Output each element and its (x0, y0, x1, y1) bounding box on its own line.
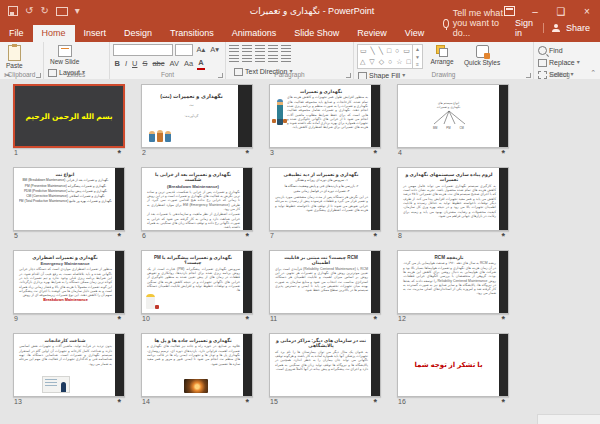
tab-slide-show[interactable]: Slide Show (285, 25, 348, 42)
clipboard-dialog-launcher-icon[interactable] (36, 73, 41, 78)
customize-quick-access-icon[interactable]: ▾ (75, 6, 80, 16)
slide-number: 6 (142, 232, 146, 239)
paragraph-group: Text Direction▾ Align Text▾ Convert to S… (226, 42, 354, 79)
slide-accent-bar (115, 168, 124, 230)
slide-thumbnail-3[interactable]: نگهداری و تعمیراتبه منظور افزایش طول عمر… (269, 84, 381, 148)
slide-thumbnail-15[interactable]: نت در سازمان های دیگر: مراکز درمانی و پا… (269, 333, 381, 397)
welding-photo (184, 379, 208, 393)
slide-cell-13: شناخت کارخانجاتبدون تردید در فرآیند تولی… (13, 333, 125, 407)
toolbox-left (272, 119, 276, 123)
slide-thumbnail-6[interactable]: نگهداری و تعمیرات بعد از خرابی یا شکست(B… (141, 167, 253, 231)
tab-file[interactable]: File (0, 25, 33, 42)
slide-thumbnail-5[interactable]: انواع نتنگهداری و تعمیرات بعد از خرابی (… (13, 167, 125, 231)
tab-transitions[interactable]: Transitions (161, 25, 223, 42)
shrink-font-icon[interactable]: A▾ (209, 45, 221, 55)
italic-icon[interactable]: I (123, 59, 128, 69)
slide-thumbnail-4[interactable]: انواع سیستم هاینگهداری و تعمیراتBMPMCM (397, 84, 509, 148)
slide-accent-bar (499, 251, 508, 313)
new-slide-button[interactable]: New Slide (47, 44, 82, 66)
paragraph-dialog-launcher-icon[interactable] (346, 73, 351, 78)
slide-body-text-2: تعمیرات اضطراری از نظر ماهیت و سازماندهی… (147, 212, 240, 229)
slide-cell-7: نگهداری و تعمیرات از دید تطبیقی۱- سرویس … (269, 167, 381, 241)
clear-strike-icon[interactable]: abc (151, 59, 166, 69)
font-color-icon[interactable]: A (197, 58, 205, 70)
justify-icon[interactable] (268, 55, 278, 63)
align-center-icon[interactable] (242, 55, 252, 63)
shape-icons: ▭ ╲ ╲ □ ○ ▭ △ ▽ ◇ ○ ☆ □ (358, 45, 412, 68)
bottom-right-panel (537, 414, 600, 424)
paste-button[interactable]: Paste (3, 44, 26, 70)
undo-icon[interactable]: ↺ (25, 6, 33, 16)
save-icon[interactable] (8, 6, 18, 16)
character-spacing-icon[interactable]: AV (168, 59, 180, 69)
transition-star-icon: * (117, 397, 121, 407)
drawing-dialog-launcher-icon[interactable] (526, 73, 531, 78)
font-dialog-launcher-icon[interactable] (218, 73, 223, 78)
tab-animations[interactable]: Animations (223, 25, 286, 42)
presenter-illustration (42, 376, 70, 393)
slide-cell-10: نگهداری و تعمیرات پیشگیرانه یا PM چیست؟س… (141, 250, 253, 324)
tab-insert[interactable]: Insert (75, 25, 116, 42)
columns-icon[interactable] (281, 55, 291, 63)
replace-button[interactable]: Replace▾ (538, 58, 580, 67)
grow-font-icon[interactable]: A▴ (195, 45, 207, 55)
worker-illustration (273, 99, 286, 125)
slide-thumbnail-11[interactable]: RCM چیست؟ نت مبتنی بر قابلیت اطمینانRCM … (269, 250, 381, 314)
collapse-ribbon-icon[interactable]: ⌃ (590, 69, 596, 77)
tab-view[interactable]: View (396, 25, 433, 42)
numbering-icon[interactable] (242, 45, 252, 53)
align-right-icon[interactable] (255, 55, 265, 63)
redo-icon[interactable]: ↻ (40, 6, 48, 16)
list-item-text: ۳- تعمیرات دوره ای در فواصل زمانی معین (275, 189, 368, 194)
slide-body-text: منظور از تعمیرات اضطراری مواردی است که د… (19, 267, 112, 297)
decrease-indent-icon[interactable] (255, 45, 265, 53)
find-button[interactable]: Find (538, 46, 580, 55)
sign-in-link[interactable]: Sign in (515, 18, 535, 38)
slide-thumbnail-10[interactable]: نگهداری و تعمیرات پیشگیرانه یا PM چیست؟س… (141, 250, 253, 314)
line-spacing-icon[interactable] (281, 45, 291, 53)
increase-indent-icon[interactable] (268, 45, 278, 53)
strikethrough-icon[interactable]: S (141, 59, 149, 69)
quick-styles-button[interactable]: Quick Styles (461, 44, 503, 67)
tab-review[interactable]: Review (348, 25, 396, 42)
tell-me-box[interactable]: Tell me what you want to do... (443, 8, 515, 42)
paste-icon (8, 45, 21, 61)
slide-thumbnail-13[interactable]: شناخت کارخانجاتبدون تردید در فرآیند تولی… (13, 333, 125, 397)
underline-icon[interactable]: U (131, 59, 139, 69)
slide-thumbnail-1[interactable]: بسم الله الرحمن الرحیم (13, 84, 125, 148)
bold-icon[interactable]: B (113, 59, 121, 69)
slide-thumbnail-8[interactable]: لزوم پیاده سازی سیستمهای نگهداری و تعمیر… (397, 167, 509, 231)
slide-thumbnail-16[interactable]: با تشکر از توجه شما (397, 333, 509, 397)
slide-thumbnail-7[interactable]: نگهداری و تعمیرات از دید تطبیقی۱- سرویس … (269, 167, 381, 231)
transition-star-icon: * (117, 231, 121, 241)
slide-thumbnail-12[interactable]: تاریخچه RCMریشه RCM به سال های دهه ۱۹۶۰ … (397, 250, 509, 314)
share-button[interactable]: Share (566, 23, 590, 33)
list-item-text: نگهداری و تعمیرات بهره ور جامع (Total Pr… (19, 199, 112, 204)
slide-title-text: نگهداری و تعمیرات جاده ها و پل ها (147, 338, 239, 343)
shapes-gallery-scrollbar[interactable]: ▲▼≡ (412, 45, 422, 68)
slide-thumbnail-2[interactable]: نگهداری و تعمیرات (نت)نتگردآورنده: (141, 84, 253, 148)
font-size-combobox[interactable] (175, 44, 193, 56)
slide-thumbnail-14[interactable]: نگهداری و تعمیرات جاده ها و پل هاعلاوه ب… (141, 333, 253, 397)
slide-cell-9: نگهداری و تعمیرات اضطراریEmergency Maint… (13, 250, 125, 324)
powerpoint-window: ↺ ↻ ▾ نگهداری و تعمیرات - PowerPoint – ❑… (0, 0, 600, 424)
slide-number: 8 (398, 232, 402, 239)
font-name-combobox[interactable] (113, 44, 173, 56)
bullets-icon[interactable] (229, 45, 239, 53)
start-slideshow-icon[interactable] (56, 7, 68, 16)
tab-design[interactable]: Design (115, 25, 161, 42)
slide-meta: 7* (269, 231, 381, 241)
change-case-icon[interactable]: Aa (183, 59, 195, 69)
slide-accent-bar (499, 334, 508, 396)
align-left-icon[interactable] (229, 55, 239, 63)
slide-title-text: نت در سازمان های دیگر: مراکز درمانی و پا… (275, 338, 367, 349)
slide-thumbnail-9[interactable]: نگهداری و تعمیرات اضطراریEmergency Maint… (13, 250, 125, 314)
slide-number: 13 (14, 398, 22, 405)
slide-body-text: سرویس نگهداری تعمیرات پیشگیرانه (PM) عبا… (147, 267, 240, 293)
slide-accent-bar (371, 251, 380, 313)
slide-title-text: نگهداری و تعمیرات پیشگیرانه یا PM چیست؟ (147, 255, 239, 266)
shapes-gallery[interactable]: ▭ ╲ ╲ □ ○ ▭ △ ▽ ◇ ○ ☆ □ ▲▼≡ (357, 44, 423, 69)
tab-home[interactable]: Home (33, 25, 75, 42)
arrange-button[interactable]: Arrange (427, 44, 456, 66)
slide-title-text: تاریخچه RCM (403, 255, 495, 260)
